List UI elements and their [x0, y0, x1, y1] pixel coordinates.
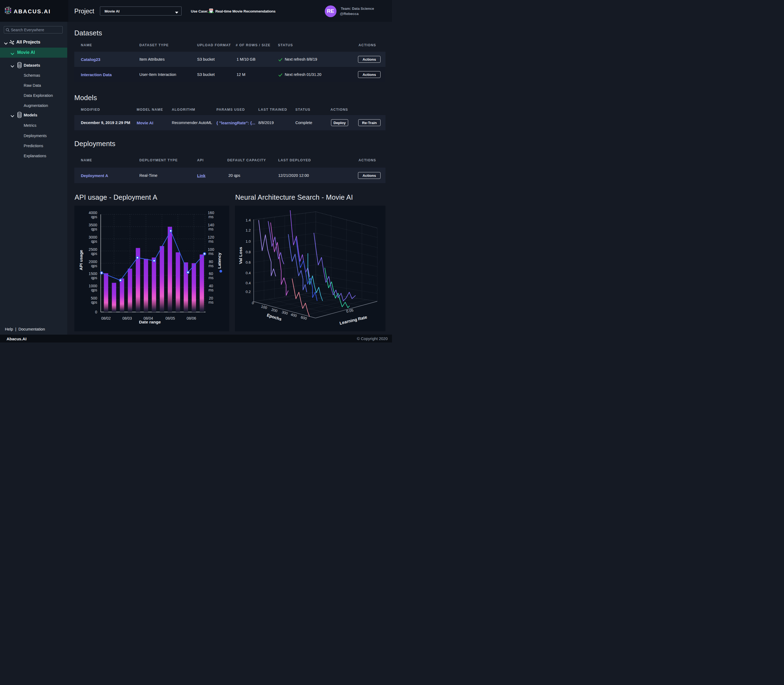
- svg-text:ms: ms: [208, 239, 214, 243]
- svg-text:80: 80: [209, 260, 213, 264]
- svg-text:4000: 4000: [89, 211, 97, 215]
- svg-text:2500: 2500: [89, 247, 97, 252]
- svg-text:qps: qps: [91, 215, 97, 219]
- svg-text:qps: qps: [91, 252, 97, 256]
- svg-text:120: 120: [208, 235, 214, 239]
- svg-text:300: 300: [281, 310, 288, 315]
- svg-text:Latency: Latency: [217, 252, 221, 268]
- svg-text:400: 400: [290, 312, 297, 318]
- svg-text:1500: 1500: [89, 271, 97, 276]
- svg-text:40: 40: [209, 284, 213, 288]
- svg-text:200: 200: [271, 307, 278, 313]
- svg-text:qps: qps: [91, 300, 97, 304]
- svg-text:0: 0: [252, 300, 255, 305]
- svg-text:Epochs: Epochs: [266, 313, 282, 321]
- svg-text:qps: qps: [91, 264, 97, 268]
- svg-text:08/05: 08/05: [166, 316, 175, 320]
- svg-text:08/06: 08/06: [187, 316, 196, 320]
- svg-text:600: 600: [300, 315, 307, 320]
- svg-text:100: 100: [208, 247, 214, 252]
- svg-text:20: 20: [209, 296, 213, 300]
- svg-text:0.05: 0.05: [346, 308, 354, 314]
- svg-text:100: 100: [260, 304, 268, 310]
- svg-text:0.8: 0.8: [246, 250, 251, 254]
- svg-text:qps: qps: [91, 288, 97, 292]
- svg-text:Learning Rate: Learning Rate: [339, 315, 368, 326]
- svg-text:ms: ms: [208, 252, 214, 256]
- svg-text:API usage: API usage: [79, 250, 83, 270]
- svg-text:qps: qps: [91, 276, 97, 280]
- svg-text:1.2: 1.2: [246, 228, 251, 232]
- svg-text:160: 160: [208, 211, 214, 215]
- svg-text:08/03: 08/03: [122, 316, 132, 320]
- svg-text:ms: ms: [208, 227, 214, 231]
- svg-text:1.4: 1.4: [246, 218, 251, 222]
- svg-text:qps: qps: [91, 227, 97, 231]
- svg-text:0: 0: [95, 310, 97, 314]
- svg-text:ms: ms: [208, 215, 214, 219]
- svg-text:Val Loss: Val Loss: [238, 247, 243, 264]
- svg-text:0.4: 0.4: [246, 271, 251, 275]
- svg-text:140: 140: [208, 223, 214, 227]
- svg-text:ms: ms: [208, 288, 214, 292]
- svg-text:qps: qps: [91, 239, 97, 243]
- svg-text:3500: 3500: [89, 223, 97, 227]
- svg-text:1000: 1000: [89, 284, 97, 288]
- svg-text:ms: ms: [208, 264, 214, 268]
- svg-text:0.6: 0.6: [246, 260, 251, 265]
- svg-text:0.2: 0.2: [246, 290, 251, 294]
- svg-text:0.4: 0.4: [246, 281, 251, 285]
- svg-text:Date range: Date range: [139, 320, 161, 324]
- svg-text:08/02: 08/02: [101, 316, 111, 320]
- svg-text:3000: 3000: [89, 235, 97, 239]
- svg-text:2000: 2000: [89, 260, 97, 264]
- svg-text:500: 500: [91, 296, 98, 300]
- svg-text:ms: ms: [208, 276, 214, 280]
- svg-text:ms: ms: [208, 300, 214, 304]
- svg-text:60: 60: [209, 271, 213, 276]
- svg-text:1.0: 1.0: [246, 239, 251, 243]
